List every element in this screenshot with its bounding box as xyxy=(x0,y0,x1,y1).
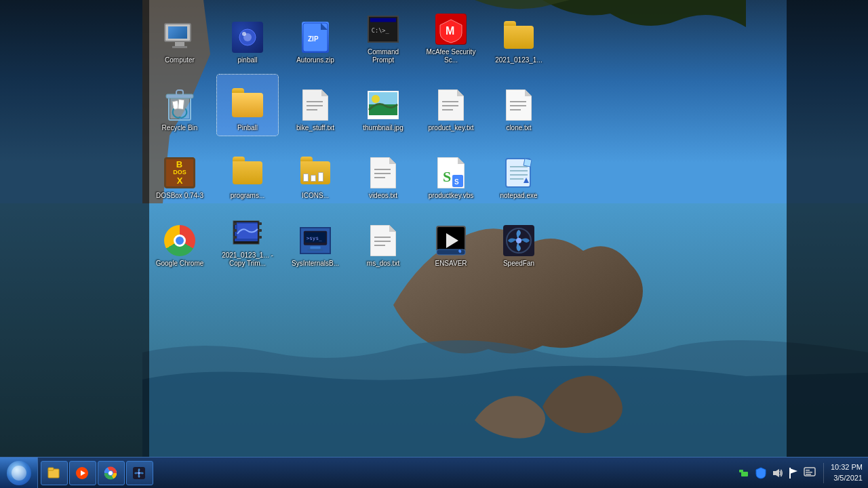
product-key-icon[interactable]: product_key.txt xyxy=(420,75,481,136)
svg-rect-99 xyxy=(806,472,812,473)
taskbar-apps xyxy=(38,458,732,488)
dosbox-label: DOSBox 0.74-3 xyxy=(156,192,203,200)
svg-text:M: M xyxy=(446,25,454,37)
svg-point-89 xyxy=(108,471,113,475)
taskbar-tray: 10:32 PM 3/5/2021 xyxy=(732,458,868,488)
svg-rect-98 xyxy=(806,470,810,471)
desktop-icons: Computer pinball xyxy=(142,0,617,447)
videos-txt-icon[interactable]: videos.txt xyxy=(353,142,414,203)
taskbar-chrome-button[interactable] xyxy=(98,461,125,485)
speedfan-icon[interactable]: SpeedFan xyxy=(488,210,549,271)
svg-rect-84 xyxy=(48,468,54,470)
chrome-icon[interactable]: Google Chrome xyxy=(149,210,210,271)
svg-rect-60 xyxy=(233,229,237,232)
svg-text:S: S xyxy=(454,178,459,186)
svg-marker-23 xyxy=(321,89,328,96)
desktop: Computer pinball xyxy=(0,0,868,488)
sysinternals-label: SysInternalsB... xyxy=(292,260,339,268)
sysinternals-icon[interactable]: >sys_ SysInternalsB... xyxy=(285,210,346,271)
svg-marker-37 xyxy=(525,89,532,96)
svg-rect-12 xyxy=(370,18,396,22)
svg-marker-42 xyxy=(389,157,396,164)
svg-text:ZIP: ZIP xyxy=(308,35,319,43)
svg-marker-94 xyxy=(773,469,779,477)
programs-folder-label: programs... xyxy=(231,192,265,200)
dosbox-icon[interactable]: B DOS X DOSBox 0.74-3 xyxy=(149,142,210,203)
taskbar-explorer-button[interactable] xyxy=(41,461,68,485)
clone-txt-icon[interactable]: clone.txt xyxy=(488,75,549,136)
tray-icons xyxy=(738,466,816,480)
thumbnail-label: thumbnail.jpg xyxy=(363,124,403,132)
pinball-folder-label: Pinball xyxy=(237,124,258,132)
system-clock[interactable]: 10:32 PM 3/5/2021 xyxy=(831,462,863,483)
notepad-exe-label: notepad.exe xyxy=(500,192,537,200)
product-key-label: product_key.txt xyxy=(428,124,473,132)
svg-marker-47 xyxy=(458,157,465,164)
clock-time: 10:32 PM xyxy=(831,462,863,472)
screensaver-icon[interactable]: ENSAVER xyxy=(420,210,481,271)
svg-rect-93 xyxy=(741,472,748,476)
autoruns-label: Autoruns.zip xyxy=(296,56,334,64)
icons-folder-icon[interactable]: ICONS... xyxy=(285,142,346,203)
action-center-icon[interactable] xyxy=(803,466,816,480)
productkey-vbs-label: productkey.vbs xyxy=(429,192,474,200)
taskbar-speedfan-button[interactable] xyxy=(126,461,153,485)
productkey-vbs-icon[interactable]: S S productkey.vbs xyxy=(420,142,481,203)
computer-label: Computer xyxy=(165,56,195,64)
autoruns-icon[interactable]: ZIP Autoruns.zip xyxy=(285,7,346,68)
videos-txt-label: videos.txt xyxy=(369,192,397,200)
bike-stuff-icon[interactable]: bike_stuff.txt xyxy=(285,75,346,136)
computer-icon[interactable]: Computer xyxy=(149,7,210,68)
chrome-label: Google Chrome xyxy=(156,260,204,268)
svg-rect-63 xyxy=(258,229,262,232)
svg-marker-32 xyxy=(457,89,464,96)
pinball-folder-icon[interactable]: Pinball xyxy=(217,75,278,136)
cmd-icon[interactable]: C:\>_ Command Prompt xyxy=(353,7,414,68)
pinball-shortcut-label: pinball xyxy=(238,56,258,64)
taskbar-media-button[interactable] xyxy=(69,461,96,485)
mcafee-icon[interactable]: M McAfee Security Sc... xyxy=(420,7,481,68)
media2021-label: 2021_0123_1... - Copy Trim... xyxy=(220,251,275,268)
thumbnail-icon[interactable]: thumbnail.jpg xyxy=(353,75,414,136)
svg-rect-59 xyxy=(233,222,237,225)
svg-marker-96 xyxy=(790,468,797,474)
network-tray-icon[interactable] xyxy=(738,466,751,480)
pinball-shortcut-icon[interactable]: pinball xyxy=(217,7,278,68)
cmd-label: Command Prompt xyxy=(356,48,410,64)
clock-date: 3/5/2021 xyxy=(831,473,863,483)
speedfan-label: SpeedFan xyxy=(503,260,534,268)
programs-folder-icon[interactable]: programs... xyxy=(217,142,278,203)
svg-rect-70 xyxy=(310,247,320,249)
icons-folder-label: ICONS... xyxy=(302,192,329,200)
backup2021-label: 2021_0123_1... xyxy=(495,56,542,64)
screensaver-label: ENSAVER xyxy=(435,260,467,268)
security-tray-icon[interactable] xyxy=(754,466,768,480)
svg-rect-64 xyxy=(258,236,262,239)
start-button[interactable] xyxy=(0,458,38,489)
bike-stuff-label: bike_stuff.txt xyxy=(296,124,334,132)
ms-dos-txt-icon[interactable]: ms_dos.txt xyxy=(353,210,414,271)
svg-text:S: S xyxy=(443,168,451,185)
mcafee-label: McAfee Security Sc... xyxy=(424,48,478,64)
svg-rect-100 xyxy=(806,474,811,475)
recycle-bin-label: Recycle Bin xyxy=(162,124,198,132)
svg-rect-61 xyxy=(233,236,237,239)
svg-point-91 xyxy=(138,472,140,474)
svg-point-7 xyxy=(242,32,246,36)
svg-point-82 xyxy=(516,238,521,243)
tray-divider xyxy=(823,463,824,483)
svg-rect-71 xyxy=(308,249,323,251)
volume-tray-icon[interactable] xyxy=(770,466,784,480)
media2021-icon[interactable]: 2021_0123_1... - Copy Trim... xyxy=(217,210,278,271)
svg-rect-62 xyxy=(258,222,262,225)
svg-text:>sys_: >sys_ xyxy=(307,235,322,241)
recycle-bin-icon[interactable]: Recycle Bin xyxy=(149,75,210,136)
flag-tray-icon[interactable] xyxy=(787,466,800,480)
backup2021-icon[interactable]: 2021_0123_1... xyxy=(488,7,549,68)
taskbar: 10:32 PM 3/5/2021 xyxy=(0,457,868,488)
clone-txt-label: clone.txt xyxy=(506,124,531,132)
svg-point-30 xyxy=(372,95,380,103)
svg-text:C:\>_: C:\>_ xyxy=(372,27,390,34)
notepad-exe-icon[interactable]: notepad.exe xyxy=(488,142,549,203)
svg-rect-19 xyxy=(178,100,184,110)
